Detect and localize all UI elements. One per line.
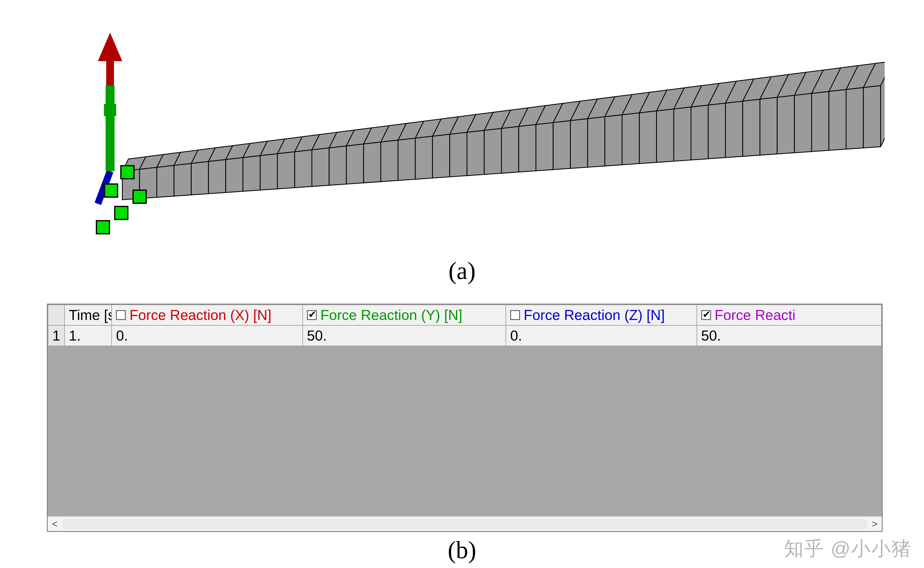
svg-marker-31: [570, 119, 588, 168]
cell-fz[interactable]: 0.: [506, 325, 697, 346]
header-time-label: Time [s]: [69, 307, 112, 323]
svg-marker-14: [278, 152, 295, 189]
header-row-index: [48, 305, 65, 325]
reaction-force-table: Time [s] Force Reaction (X) [N] Force Re…: [48, 305, 882, 346]
svg-marker-12: [243, 156, 260, 191]
svg-marker-10: [208, 160, 226, 194]
svg-marker-30: [553, 121, 571, 169]
svg-marker-11: [226, 157, 243, 192]
checkbox-force-x[interactable]: [116, 310, 126, 320]
svg-marker-27: [501, 126, 519, 173]
svg-marker-38: [691, 105, 708, 160]
svg-marker-19: [364, 142, 381, 183]
svg-marker-33: [605, 115, 622, 166]
svg-marker-48: [863, 86, 880, 148]
header-force-x[interactable]: Force Reaction (X) [N]: [112, 305, 303, 325]
svg-marker-39: [708, 103, 726, 159]
checkbox-force-z[interactable]: [510, 310, 520, 320]
svg-marker-20: [381, 140, 398, 181]
svg-marker-34: [622, 113, 639, 165]
watermark: 知乎 @小小猪: [784, 536, 912, 562]
svg-marker-22: [415, 136, 433, 179]
svg-marker-47: [846, 88, 864, 149]
svg-rect-2: [104, 104, 116, 116]
meshed-beam: [118, 57, 885, 216]
svg-marker-25: [467, 130, 484, 176]
svg-marker-4: [98, 33, 122, 61]
scroll-right-icon[interactable]: >: [868, 517, 882, 531]
scroll-track[interactable]: [62, 519, 868, 529]
fixed-support-markers: [96, 159, 165, 236]
cell-ftotal[interactable]: 50.: [697, 325, 882, 346]
svg-marker-23: [433, 134, 450, 178]
horizontal-scrollbar[interactable]: < >: [48, 516, 882, 531]
svg-marker-44: [794, 93, 812, 153]
svg-marker-13: [260, 154, 278, 190]
svg-marker-45: [812, 92, 829, 152]
svg-marker-32: [588, 117, 605, 167]
header-force-x-label: Force Reaction (X) [N]: [130, 307, 271, 323]
svg-marker-24: [450, 132, 467, 177]
svg-marker-36: [657, 109, 674, 162]
svg-marker-8: [174, 163, 192, 196]
svg-marker-28: [519, 124, 536, 172]
svg-marker-29: [536, 122, 553, 171]
svg-marker-15: [294, 150, 312, 188]
header-force-z[interactable]: Force Reaction (Z) [N]: [506, 305, 697, 325]
checkbox-force-y[interactable]: [307, 310, 317, 320]
header-force-total[interactable]: Force Reacti: [697, 305, 882, 325]
svg-marker-37: [674, 107, 691, 161]
svg-marker-18: [346, 144, 364, 184]
svg-marker-26: [484, 128, 501, 174]
cell-fx[interactable]: 0.: [112, 325, 303, 346]
svg-marker-16: [312, 148, 329, 186]
svg-marker-17: [329, 146, 347, 185]
cell-time[interactable]: 1.: [64, 325, 112, 346]
tabular-data-panel: Time [s] Force Reaction (X) [N] Force Re…: [47, 304, 883, 532]
header-force-z-label: Force Reaction (Z) [N]: [524, 307, 665, 323]
mesh-viewport[interactable]: [37, 8, 893, 240]
header-force-total-label: Force Reacti: [715, 307, 796, 323]
header-force-y-label: Force Reaction (Y) [N]: [320, 307, 462, 323]
caption-a: (a): [0, 257, 924, 285]
svg-marker-43: [777, 95, 794, 154]
scroll-left-icon[interactable]: <: [48, 517, 62, 531]
cell-fy[interactable]: 50.: [302, 325, 506, 346]
svg-marker-40: [725, 101, 743, 157]
table-row[interactable]: 1 1. 0. 50. 0. 50.: [48, 325, 882, 346]
cell-row-index: 1: [48, 325, 65, 346]
svg-marker-35: [639, 111, 657, 164]
svg-marker-42: [760, 97, 777, 155]
header-force-y[interactable]: Force Reaction (Y) [N]: [302, 305, 506, 325]
svg-marker-41: [743, 99, 760, 156]
svg-marker-46: [829, 89, 846, 150]
svg-marker-9: [191, 162, 208, 195]
svg-marker-21: [398, 138, 415, 181]
header-time[interactable]: Time [s]: [64, 305, 112, 325]
checkbox-force-total[interactable]: [701, 310, 711, 320]
